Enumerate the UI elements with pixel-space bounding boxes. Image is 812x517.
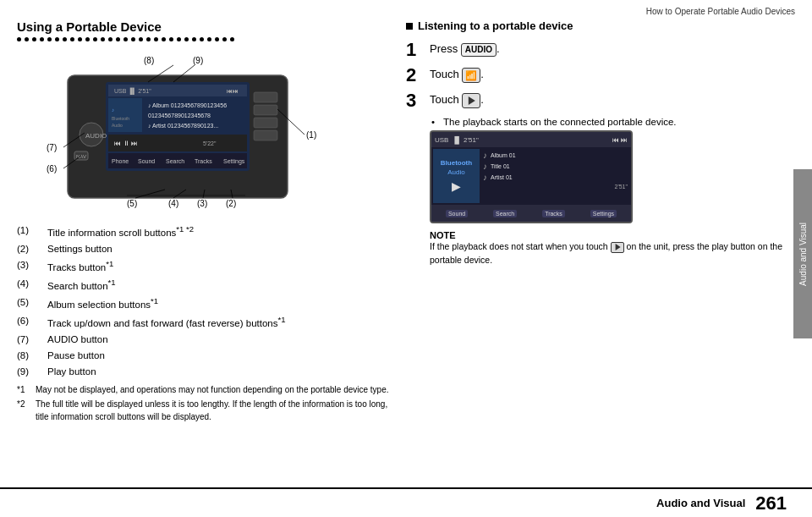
dot bbox=[47, 37, 52, 41]
dot bbox=[131, 37, 135, 41]
callout-text: Track up/down and fast forward (fast rev… bbox=[47, 314, 286, 330]
title-name: Title 01 bbox=[491, 163, 510, 169]
footnote-mark-2: *2 bbox=[17, 398, 32, 423]
callout-text: Play button bbox=[47, 365, 96, 378]
step-1-row: 1 Press AUDIO. bbox=[406, 41, 795, 59]
callout-num: (7) bbox=[17, 333, 41, 346]
footer-label: Audio and Visual bbox=[656, 497, 745, 509]
track-row-1: ♪ Album 01 bbox=[483, 151, 628, 160]
svg-text:(4): (4) bbox=[168, 199, 178, 208]
listening-title: Listening to a portable device bbox=[418, 19, 573, 32]
note-title: NOTE bbox=[430, 230, 795, 240]
svg-text:(1): (1) bbox=[306, 130, 316, 140]
svg-rect-28 bbox=[254, 130, 277, 140]
footnote-1: *1 May not be displayed, and operations … bbox=[17, 383, 389, 396]
svg-text:(9): (9) bbox=[193, 56, 203, 65]
dot bbox=[108, 37, 112, 41]
note-text: If the playback does not start when you … bbox=[430, 240, 795, 267]
svg-text:♪ Album 01234567890123456: ♪ Album 01234567890123456 bbox=[148, 102, 227, 108]
callout-num: (1) bbox=[17, 223, 41, 239]
svg-text:Search: Search bbox=[166, 158, 184, 164]
screen-left-panel: Bluetooth Audio ▶ bbox=[433, 149, 480, 203]
dot bbox=[192, 37, 196, 41]
dot bbox=[85, 37, 90, 41]
svg-text:Tracks: Tracks bbox=[195, 158, 212, 164]
step-2-row: 2 Touch 📶. bbox=[406, 66, 795, 85]
callout-item-3: (3) Tracks button*1 bbox=[17, 258, 389, 274]
callout-text: Settings button bbox=[47, 242, 112, 256]
dot bbox=[93, 37, 97, 41]
footnote-mark-1: *1 bbox=[17, 383, 32, 396]
dot bbox=[101, 37, 105, 41]
svg-text:Sound: Sound bbox=[138, 158, 155, 164]
screen-preview: USB ▐▌ 2'51" ⏮ ⏭ Bluetooth Audio ▶ ♪ Alb… bbox=[430, 130, 633, 223]
side-tab: Audio and Visual bbox=[793, 169, 812, 338]
note-icon-3: ♪ bbox=[483, 173, 487, 182]
dot bbox=[154, 37, 158, 41]
page-header: How to Operate Portable Audio Devices bbox=[0, 0, 812, 19]
step-1-number: 1 bbox=[406, 41, 421, 59]
note-section: NOTE If the playback does not start when… bbox=[430, 230, 795, 267]
callout-text: Title information scroll buttons*1 *2 bbox=[47, 223, 194, 239]
dot bbox=[207, 37, 211, 41]
callout-text: Album selection buttons*1 bbox=[47, 295, 158, 311]
duration-row: 2'51" bbox=[483, 184, 628, 190]
screen-skip-icons: ⏮ ⏭ bbox=[612, 136, 628, 144]
screen-btn-sound[interactable]: Sound bbox=[446, 210, 468, 217]
dot bbox=[222, 37, 227, 41]
note-play-icon bbox=[611, 242, 624, 253]
dot bbox=[184, 37, 189, 41]
screen-btn-tracks[interactable]: Tracks bbox=[542, 210, 565, 217]
step-1-content: Press AUDIO. bbox=[430, 41, 500, 57]
screen-btn-search[interactable]: Search bbox=[493, 210, 517, 217]
bullet-text: The playback starts on the connected por… bbox=[443, 117, 677, 127]
step-2-content: Touch 📶. bbox=[430, 66, 484, 83]
callout-list: (1) Title information scroll buttons*1 *… bbox=[17, 223, 389, 378]
header-title: How to Operate Portable Audio Devices bbox=[646, 7, 795, 16]
svg-text:Phone: Phone bbox=[112, 158, 129, 164]
step-3-row: 3 Touch . bbox=[406, 91, 795, 110]
side-tab-label: Audio and Visual bbox=[798, 223, 808, 286]
note-icon-2: ♪ bbox=[483, 162, 487, 171]
dot bbox=[162, 37, 166, 41]
svg-text:(8): (8) bbox=[144, 56, 154, 65]
callout-num: (3) bbox=[17, 258, 41, 274]
callout-item-6: (6) Track up/down and fast forward (fast… bbox=[17, 314, 389, 330]
step-2-number: 2 bbox=[406, 66, 421, 85]
callout-item-5: (5) Album selection buttons*1 bbox=[17, 295, 389, 311]
dot bbox=[169, 37, 173, 41]
step-3-content: Touch . bbox=[430, 91, 484, 108]
play-triangle-icon bbox=[469, 96, 475, 105]
left-column: Using a Portable Device bbox=[17, 19, 389, 425]
audio-label: Audio bbox=[447, 168, 464, 176]
svg-text:Audio: Audio bbox=[112, 123, 123, 128]
callout-item-4: (4) Search button*1 bbox=[17, 277, 389, 293]
device-svg: USB ▐▌ 2'51" ⏮⏭ ♪ Bluetooth Audio ♪ Albu… bbox=[17, 50, 338, 215]
footer-page: 261 bbox=[755, 492, 787, 514]
dot bbox=[78, 37, 82, 41]
section-marker bbox=[406, 23, 413, 30]
callout-text: Tracks button*1 bbox=[47, 258, 113, 274]
dot bbox=[63, 37, 67, 41]
svg-text:Settings: Settings bbox=[223, 158, 245, 165]
album-name: Album 01 bbox=[491, 152, 516, 158]
step-3-number: 3 bbox=[406, 91, 421, 110]
svg-text:5'22": 5'22" bbox=[203, 140, 217, 146]
callout-item-8: (8) Pause button bbox=[17, 349, 389, 362]
play-icon: ▶ bbox=[452, 179, 461, 193]
callout-num: (9) bbox=[17, 365, 41, 378]
svg-rect-26 bbox=[254, 105, 277, 115]
screen-btn-settings[interactable]: Settings bbox=[590, 210, 617, 217]
note-icon-1: ♪ bbox=[483, 151, 487, 160]
screen-bottom-bar: Sound Search Tracks Settings bbox=[431, 205, 631, 222]
dot bbox=[55, 37, 59, 41]
svg-text:Bluetooth: Bluetooth bbox=[112, 116, 129, 121]
dot bbox=[32, 37, 36, 41]
svg-text:(6): (6) bbox=[47, 164, 57, 173]
callout-num: (8) bbox=[17, 349, 41, 362]
svg-text:(5): (5) bbox=[127, 199, 137, 208]
svg-text:⏮ ⏸ ⏭: ⏮ ⏸ ⏭ bbox=[114, 140, 138, 147]
screen-body: Bluetooth Audio ▶ ♪ Album 01 ♪ Title 01 … bbox=[431, 147, 631, 205]
bluetooth-icon-button: 📶 bbox=[462, 68, 480, 83]
page-footer: Audio and Visual 261 bbox=[0, 487, 812, 517]
